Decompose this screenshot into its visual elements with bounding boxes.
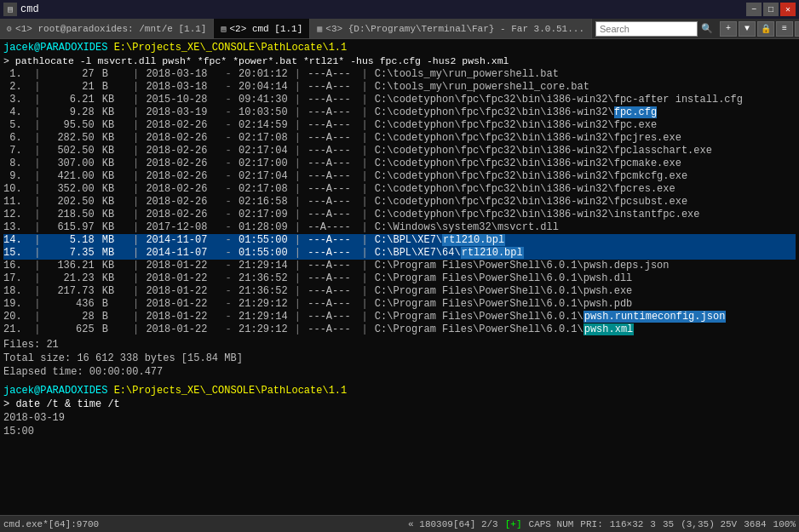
tab-2-icon: ▤ bbox=[221, 24, 226, 34]
tab-lock-button[interactable]: 🔒 bbox=[757, 21, 774, 37]
table-row: 18. | 217.73 KB | 2018-01-22 - 21:36:52 … bbox=[3, 285, 796, 298]
tab-1-icon: ⚙ bbox=[7, 24, 12, 34]
tab-3[interactable]: ▦ <3> {D:\Programy\Terminal\Far} - Far 3… bbox=[310, 19, 592, 38]
status-size: 3684 bbox=[744, 519, 766, 529]
table-row: 6. | 282.50 KB | 2018-02-26 - 02:17:08 |… bbox=[3, 132, 796, 145]
table-row: 9. | 421.00 KB | 2018-02-26 - 02:17:04 |… bbox=[3, 170, 796, 183]
tab-1[interactable]: ⚙ <1> root@paradoxides: /mnt/e [1.1] bbox=[0, 19, 214, 38]
table-row: 21. | 625 B | 2018-01-22 - 21:29:12 | --… bbox=[3, 323, 796, 336]
prompt-1: jacek@PARADOXIDES E:\Projects_XE\_CONSOL… bbox=[3, 41, 796, 54]
status-insert: [+] bbox=[505, 519, 522, 529]
tab-3-label: <3> {D:\Programy\Terminal\Far} - Far 3.0… bbox=[325, 24, 584, 34]
table-row: 7. | 502.50 KB | 2018-02-26 - 02:17:04 |… bbox=[3, 145, 796, 157]
command-1: > pathlocate -l msvcrt.dll pwsh* *fpc* *… bbox=[3, 54, 796, 68]
table-row: 11. | 202.50 KB | 2018-02-26 - 02:16:58 … bbox=[3, 196, 796, 209]
tab-1-label: <1> root@paradoxides: /mnt/e [1.1] bbox=[15, 24, 206, 34]
status-pri: PRI: bbox=[580, 519, 602, 529]
output-time: 15:00 bbox=[3, 425, 796, 438]
table-row: 10. | 352.00 KB | 2018-02-26 - 02:17:08 … bbox=[3, 183, 796, 196]
status-coord: (3,35) 25V bbox=[681, 519, 737, 529]
status-n1: 3 bbox=[650, 519, 656, 529]
minimize-button[interactable]: − bbox=[746, 3, 762, 16]
title-controls: − □ ✕ bbox=[746, 3, 796, 16]
summary-section: Files: 21 Total size: 16 612 338 bytes [… bbox=[3, 338, 796, 379]
title-bar: ▤ cmd − □ ✕ bbox=[0, 0, 799, 19]
status-zoom: 100% bbox=[773, 519, 796, 529]
table-row: 14. | 5.18 MB | 2014-11-07 - 01:55:00 | … bbox=[3, 234, 796, 247]
table-row: 3. | 6.21 KB | 2015-10-28 - 09:41:30 | -… bbox=[3, 94, 796, 106]
prompt-1-user: jacek@PARADOXIDES bbox=[3, 42, 107, 54]
status-n2: 35 bbox=[663, 519, 674, 529]
table-row: 16. | 136.21 KB | 2018-01-22 - 21:29:14 … bbox=[3, 260, 796, 272]
second-prompt-block: jacek@PARADOXIDES E:\Projects_XE\_CONSOL… bbox=[3, 384, 796, 438]
console-area: jacek@PARADOXIDES E:\Projects_XE\_CONSOL… bbox=[0, 39, 799, 515]
status-process: cmd.exe*[64]:9700 bbox=[3, 519, 401, 529]
tab-3-icon: ▦ bbox=[317, 24, 322, 34]
tab-2-label: <2> cmd [1.1] bbox=[230, 24, 303, 34]
tab-bar: ⚙ <1> root@paradoxides: /mnt/e [1.1] ▤ <… bbox=[0, 19, 799, 39]
elapsed-time: Elapsed time: 00:00:00.477 bbox=[3, 365, 796, 379]
status-pos: « 180309[64] 2/3 bbox=[408, 519, 498, 529]
prompt-2-user: jacek@PARADOXIDES bbox=[3, 385, 107, 397]
tab-menu-button[interactable]: ▼ bbox=[739, 21, 756, 37]
table-row: 1. | 27 B | 2018-03-18 - 20:01:12 | ---A… bbox=[3, 68, 796, 81]
table-row: 8. | 307.00 KB | 2018-02-26 - 02:17:00 |… bbox=[3, 157, 796, 170]
tab-settings-button[interactable]: ≡ bbox=[776, 21, 793, 37]
total-size: Total size: 16 612 338 bytes [15.84 MB] bbox=[3, 352, 796, 365]
search-go-button[interactable]: 🔍 bbox=[701, 23, 713, 34]
status-bar: cmd.exe*[64]:9700 « 180309[64] 2/3 [+] C… bbox=[0, 515, 799, 532]
tab-help-button[interactable]: ? bbox=[795, 21, 799, 37]
cmd-icon: ▤ bbox=[3, 3, 17, 16]
search-input[interactable] bbox=[595, 21, 698, 37]
output-date: 2018-03-19 bbox=[3, 411, 796, 425]
table-row: 2. | 21 B | 2018-03-18 - 20:04:14 | ---A… bbox=[3, 81, 796, 94]
prompt-2-path: E:\Projects_XE\_CONSOLE\PathLocate\1.1 bbox=[114, 385, 348, 397]
prompt-2: jacek@PARADOXIDES E:\Projects_XE\_CONSOL… bbox=[3, 384, 796, 398]
table-row: 5. | 95.50 KB | 2018-02-26 - 02:14:59 | … bbox=[3, 119, 796, 132]
table-row: 12. | 218.50 KB | 2018-02-26 - 02:17:09 … bbox=[3, 209, 796, 221]
tab-add-button[interactable]: + bbox=[720, 21, 737, 37]
file-table: 1. | 27 B | 2018-03-18 - 20:01:12 | ---A… bbox=[3, 68, 796, 336]
table-row: 15. | 7.35 MB | 2014-11-07 - 01:55:00 | … bbox=[3, 247, 796, 260]
table-row: 17. | 21.23 KB | 2018-01-22 - 21:36:52 |… bbox=[3, 272, 796, 285]
tab-2[interactable]: ▤ <2> cmd [1.1] bbox=[214, 19, 310, 38]
tab-extra-buttons: + ▼ 🔒 ≡ ? bbox=[716, 19, 799, 38]
status-dims: 116×32 bbox=[610, 519, 644, 529]
table-row: 20. | 28 B | 2018-01-22 - 21:29:14 | ---… bbox=[3, 311, 796, 323]
command-2: > date /t & time /t bbox=[3, 398, 796, 411]
window-title: cmd bbox=[20, 3, 39, 15]
tab-search-area: 🔍 bbox=[592, 19, 716, 38]
table-row: 13. | 615.97 KB | 2017-12-08 - 01:28:09 … bbox=[3, 221, 796, 234]
close-button[interactable]: ✕ bbox=[780, 3, 796, 16]
prompt-1-path: E:\Projects_XE\_CONSOLE\PathLocate\1.1 bbox=[114, 42, 348, 54]
table-row: 19. | 436 B | 2018-01-22 - 21:29:12 | --… bbox=[3, 298, 796, 311]
title-bar-left: ▤ cmd bbox=[3, 3, 39, 16]
table-row: 4. | 9.28 KB | 2018-03-19 - 10:03:50 | -… bbox=[3, 106, 796, 119]
maximize-button[interactable]: □ bbox=[763, 3, 779, 16]
files-count: Files: 21 bbox=[3, 338, 796, 352]
status-caps: CAPS NUM bbox=[529, 519, 574, 529]
